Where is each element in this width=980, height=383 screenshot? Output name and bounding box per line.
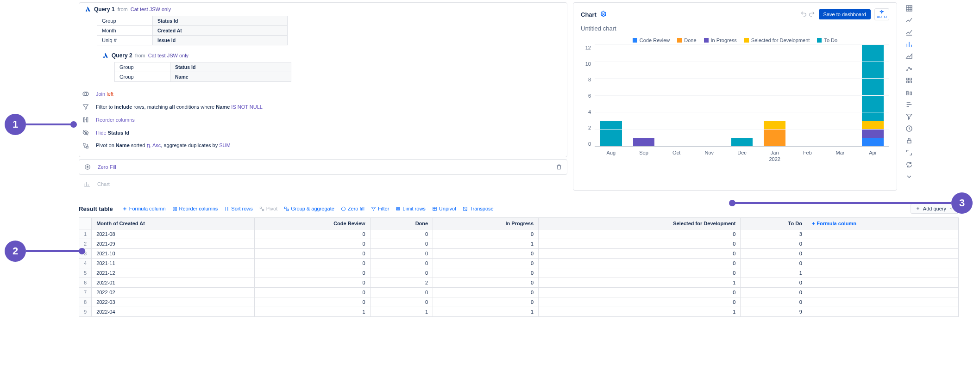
query-row-label[interactable]: Month xyxy=(97,26,153,35)
legend-item[interactable]: Code Review xyxy=(633,37,670,43)
query-row-label[interactable]: Uniq # xyxy=(97,36,153,45)
undo-icon[interactable] xyxy=(800,11,807,18)
table-chart-icon[interactable] xyxy=(905,4,913,12)
atlassian-icon xyxy=(101,52,109,59)
chart-legend: Code ReviewDoneIn ProgressSelected for D… xyxy=(581,37,889,43)
bar-segment[interactable] xyxy=(862,129,884,137)
table-cell: 0 xyxy=(433,288,539,297)
query-row-value[interactable]: Status Id xyxy=(170,62,291,72)
table-header[interactable]: Code Review xyxy=(254,218,370,229)
table-row[interactable]: 62022-0102010 xyxy=(79,278,959,288)
callout-line-3 xyxy=(732,202,951,204)
query-2-source[interactable]: Cat test JSW only xyxy=(148,53,188,58)
filter-chart-icon[interactable] xyxy=(905,112,913,121)
table-cell: 0 xyxy=(433,259,539,268)
query-row-value[interactable]: Status Id xyxy=(153,16,287,25)
trash-icon[interactable] xyxy=(556,164,562,170)
redo-icon[interactable] xyxy=(809,11,815,18)
table-cell: 0 xyxy=(370,268,433,278)
query-row-value[interactable]: Name xyxy=(170,72,291,81)
area-chart-icon[interactable] xyxy=(905,52,913,61)
legend-item[interactable]: In Progress xyxy=(704,37,737,43)
table-cell: 0 xyxy=(370,249,433,259)
stack-chart-icon[interactable] xyxy=(905,88,913,97)
table-row[interactable]: 22021-0900100 xyxy=(79,239,959,249)
table-header[interactable]: Month of Created At xyxy=(92,218,254,229)
matrix-chart-icon[interactable] xyxy=(905,76,913,85)
gear-icon[interactable] xyxy=(600,11,607,18)
bar-segment[interactable] xyxy=(764,121,785,129)
trend-chart-icon[interactable] xyxy=(905,28,913,37)
zerofill-step[interactable]: Zero Fill xyxy=(79,159,567,175)
auto-chart-button[interactable]: AUTO xyxy=(874,8,889,20)
refresh-chart-icon[interactable] xyxy=(905,161,913,169)
bar-slot xyxy=(824,45,857,146)
line-chart-icon[interactable] xyxy=(905,16,913,25)
table-row[interactable]: 42021-1100000 xyxy=(79,259,959,268)
zero-fill-action[interactable]: Zero fill xyxy=(341,206,364,211)
query-1-source[interactable]: Cat test JSW only xyxy=(131,6,171,12)
query-row-label[interactable]: Group xyxy=(97,16,153,25)
table-header[interactable]: To Do xyxy=(741,218,807,229)
table-header[interactable]: In Progress xyxy=(433,218,539,229)
hbar-chart-icon[interactable] xyxy=(905,100,913,109)
lock-chart-icon[interactable] xyxy=(905,136,913,145)
bar-segment[interactable] xyxy=(764,129,785,146)
query-row-value[interactable]: Issue Id xyxy=(153,36,287,45)
scatter-chart-icon[interactable] xyxy=(905,64,913,73)
bar-segment[interactable] xyxy=(862,44,884,121)
table-cell: 2021-11 xyxy=(92,259,254,268)
filter-step[interactable]: Filter to include rows, matching all con… xyxy=(79,100,567,113)
join-step[interactable]: Join left xyxy=(79,87,567,100)
table-cell: 2021-12 xyxy=(92,268,254,278)
query-panel: Query 1 from Cat test JSW only GroupStat… xyxy=(79,2,567,191)
table-row[interactable]: 52021-1200001 xyxy=(79,268,959,278)
group-aggregate-action[interactable]: Group & aggregate xyxy=(284,206,334,211)
x-tick: Feb xyxy=(791,147,824,163)
bar-segment[interactable] xyxy=(600,121,622,146)
chart-step-placeholder[interactable]: Chart xyxy=(79,178,567,191)
query-row-label[interactable]: Group xyxy=(115,62,170,72)
reorder-columns-action[interactable]: Reorder columns xyxy=(172,206,218,211)
legend-item[interactable]: To Do xyxy=(817,37,837,43)
transpose-action[interactable]: Transpose xyxy=(463,206,494,211)
sort-rows-action[interactable]: Sort rows xyxy=(224,206,252,211)
reorder-step[interactable]: Reorder columns xyxy=(79,113,567,126)
add-formula-column-header[interactable]: +Formula column xyxy=(807,218,958,229)
table-row[interactable]: 92022-0411119 xyxy=(79,307,959,317)
formula-column-action[interactable]: Formula column xyxy=(122,206,166,211)
filter-action[interactable]: Filter xyxy=(371,206,389,211)
legend-item[interactable]: Selected for Development xyxy=(744,37,810,43)
hide-step[interactable]: Hide Status Id xyxy=(79,126,567,139)
pivot-step[interactable]: Pivot on Name sorted Asc, aggregate dupl… xyxy=(79,139,567,152)
table-cell: 0 xyxy=(741,288,807,297)
save-to-dashboard-button[interactable]: Save to dashboard xyxy=(819,9,871,19)
legend-item[interactable]: Done xyxy=(677,37,696,43)
bar-segment[interactable] xyxy=(862,121,884,129)
query-row-label[interactable]: Group xyxy=(115,72,170,81)
expand-chart-icon[interactable] xyxy=(905,148,913,157)
table-row[interactable]: 82022-0300000 xyxy=(79,297,959,307)
table-cell: 2022-02 xyxy=(92,288,254,297)
query-2[interactable]: Query 2 from Cat test JSW only GroupStat… xyxy=(97,49,567,82)
clock-chart-icon[interactable] xyxy=(905,124,913,133)
svg-rect-6 xyxy=(86,146,88,148)
bar-chart-icon[interactable] xyxy=(905,40,913,49)
callout-line-2 xyxy=(26,250,82,252)
bar-segment[interactable] xyxy=(862,138,884,146)
more-chart-icon[interactable] xyxy=(905,173,913,181)
table-row[interactable]: 12021-0800003 xyxy=(79,229,959,239)
hide-icon xyxy=(82,129,89,136)
table-row[interactable]: 32021-1000000 xyxy=(79,249,959,259)
query-1[interactable]: Query 1 from Cat test JSW only GroupStat… xyxy=(79,3,567,45)
table-row[interactable]: 72022-0200000 xyxy=(79,288,959,297)
bar-segment[interactable] xyxy=(633,138,655,146)
bar-segment[interactable] xyxy=(731,138,753,146)
limit-rows-action[interactable]: Limit rows xyxy=(396,206,426,211)
table-cell: 0 xyxy=(539,239,741,249)
query-row-value[interactable]: Created At xyxy=(153,26,287,35)
table-cell: 1 xyxy=(539,307,741,317)
table-header[interactable]: Selected for Development xyxy=(539,218,741,229)
unpivot-action[interactable]: Unpivot xyxy=(432,206,456,211)
table-header[interactable]: Done xyxy=(370,218,433,229)
